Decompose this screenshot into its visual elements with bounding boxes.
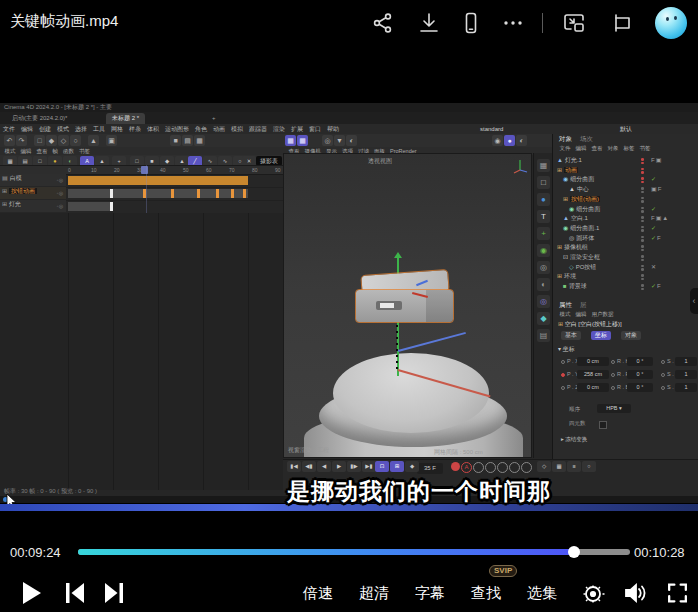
- tab-attributes[interactable]: 属性: [559, 301, 572, 308]
- flag-tag-icon[interactable]: F: [657, 283, 662, 289]
- visibility-dots-icon[interactable]: [641, 226, 644, 232]
- menu-item[interactable]: 对象: [608, 144, 619, 152]
- attr-tab-2[interactable]: 对象: [621, 331, 641, 340]
- render-settings-icon[interactable]: ◐: [516, 135, 527, 146]
- timeline-row-label[interactable]: ▤白模◦◎: [0, 174, 66, 186]
- goto-start-icon[interactable]: ▮◀: [287, 461, 301, 472]
- last-tool-icon[interactable]: ▲: [88, 135, 99, 146]
- menu-item[interactable]: 渲染: [273, 124, 285, 134]
- more-icon[interactable]: [501, 11, 525, 35]
- button-find[interactable]: 查找: [469, 584, 503, 603]
- order-dropdown[interactable]: HPB ▾: [597, 404, 631, 413]
- flag-tag-icon[interactable]: F: [658, 186, 663, 192]
- move-icon[interactable]: ◆: [46, 135, 57, 146]
- button-subtitles[interactable]: 字幕: [413, 584, 447, 603]
- menu-item[interactable]: 窗口: [309, 124, 321, 134]
- tile-layout-icon[interactable]: ▦: [285, 135, 296, 146]
- axis-icon[interactable]: ▣: [106, 135, 117, 146]
- menu-item[interactable]: 书签: [79, 147, 90, 155]
- tab-objects[interactable]: 对象: [559, 135, 572, 142]
- attr-tab-0[interactable]: 基本: [561, 331, 581, 340]
- menu-item[interactable]: 样条: [129, 124, 141, 134]
- menu-item[interactable]: 扩展: [291, 124, 303, 134]
- visibility-dots-icon[interactable]: [641, 158, 644, 164]
- sound-icon[interactable]: ◆: [405, 461, 419, 472]
- previous-button[interactable]: [62, 580, 88, 610]
- visibility-dots-icon[interactable]: [641, 197, 644, 203]
- download-icon[interactable]: [417, 11, 441, 35]
- object-row[interactable]: ■背景球✓F: [553, 282, 698, 292]
- select-icon[interactable]: □: [34, 135, 45, 146]
- track-options-icon[interactable]: ◦◎: [57, 203, 63, 209]
- check-tag-icon[interactable]: ✓: [651, 206, 657, 212]
- coord-value-field[interactable]: 0 cm: [577, 383, 609, 392]
- menu-item[interactable]: 用户数据: [592, 310, 614, 318]
- menu-item[interactable]: 编辑: [576, 144, 587, 152]
- object-row[interactable]: ▲中心▣F: [553, 185, 698, 195]
- dropdown-icon[interactable]: ▼: [334, 135, 345, 146]
- keyframe-track[interactable]: [68, 176, 248, 185]
- key-record-dot[interactable]: [661, 360, 665, 364]
- ring-palette-icon[interactable]: ◎: [537, 295, 550, 308]
- autokey-record-icon[interactable]: A: [461, 462, 472, 473]
- play-button[interactable]: [20, 580, 44, 610]
- menu-item[interactable]: 文件: [560, 144, 571, 152]
- keyframe-marker[interactable]: [110, 202, 113, 211]
- keyframe-mode-icon[interactable]: ⊞: [390, 461, 404, 472]
- menu-item[interactable]: 文件: [3, 124, 15, 134]
- next-key-icon[interactable]: ▮▶: [347, 461, 361, 472]
- layout-palette-icon[interactable]: ▦: [537, 159, 550, 172]
- menu-item[interactable]: 体积: [147, 124, 159, 134]
- tab-takes[interactable]: 场次: [580, 135, 593, 142]
- c4d-tab[interactable]: 未标题 2 *: [106, 113, 145, 124]
- progress-handle[interactable]: [568, 546, 580, 558]
- object-row[interactable]: ◉细分曲面✓: [553, 205, 698, 215]
- menu-item[interactable]: 网格: [111, 124, 123, 134]
- menu-item[interactable]: 编辑: [21, 124, 33, 134]
- menu-item[interactable]: 模式: [560, 310, 571, 318]
- menu-item[interactable]: 创建: [39, 124, 51, 134]
- undo-icon[interactable]: ↶: [4, 135, 15, 146]
- gem-palette-icon[interactable]: ◆: [537, 312, 550, 325]
- object-row[interactable]: ⊞环境: [553, 272, 698, 282]
- rotate-icon[interactable]: ○: [70, 135, 81, 146]
- record-scale-icon[interactable]: [485, 462, 496, 473]
- coord-value-field[interactable]: 258 cm: [577, 370, 609, 379]
- record-param-icon[interactable]: [509, 462, 520, 473]
- menu-item[interactable]: 帮助: [327, 124, 339, 134]
- next-button[interactable]: [101, 580, 127, 610]
- keyframe-track[interactable]: [68, 189, 248, 198]
- ring-toggle-icon[interactable]: ○: [582, 461, 596, 472]
- gear-small-icon[interactable]: ◐: [346, 135, 357, 146]
- menu-item[interactable]: 运动图形: [165, 124, 189, 134]
- menu-item[interactable]: 模式: [57, 124, 69, 134]
- coord-value-field[interactable]: 1: [675, 370, 697, 379]
- render-all-icon[interactable]: ●: [504, 135, 515, 146]
- menu-item[interactable]: 选择: [75, 124, 87, 134]
- attributes-tabs[interactable]: 属性层: [559, 301, 587, 310]
- coord-value-field[interactable]: 1: [675, 357, 697, 366]
- side-drawer-handle[interactable]: ‹: [690, 288, 698, 314]
- sphere-palette-icon[interactable]: ●: [537, 193, 550, 206]
- menu-item[interactable]: 角色: [195, 124, 207, 134]
- record-rotation-icon[interactable]: [497, 462, 508, 473]
- viewport[interactable]: 透视视图: [283, 153, 532, 458]
- dock-side-icon[interactable]: [610, 11, 634, 35]
- coord-value-field[interactable]: 0 °: [627, 357, 653, 366]
- object-row[interactable]: ▲灯光.1F▣: [553, 156, 698, 166]
- phone-icon[interactable]: [459, 11, 483, 35]
- attr-tab-1[interactable]: 坐标: [591, 331, 611, 340]
- menu-item[interactable]: 编辑: [576, 310, 587, 318]
- play-forward-icon[interactable]: ▶: [332, 461, 346, 472]
- visibility-dots-icon[interactable]: [641, 245, 644, 251]
- menu-item[interactable]: 模式: [5, 147, 16, 155]
- object-row[interactable]: ▲空白.1F▣▲: [553, 214, 698, 224]
- freeze-section[interactable]: ▸ 冻结变换: [561, 436, 587, 443]
- keyframe-marker[interactable]: [243, 189, 246, 198]
- key-record-dot[interactable]: [661, 373, 665, 377]
- button-speed[interactable]: 倍速: [301, 584, 335, 603]
- list-palette-icon[interactable]: ▤: [537, 329, 550, 342]
- visibility-dots-icon[interactable]: [641, 207, 644, 213]
- visibility-dots-icon[interactable]: [641, 274, 644, 280]
- timeline-body[interactable]: [0, 213, 283, 490]
